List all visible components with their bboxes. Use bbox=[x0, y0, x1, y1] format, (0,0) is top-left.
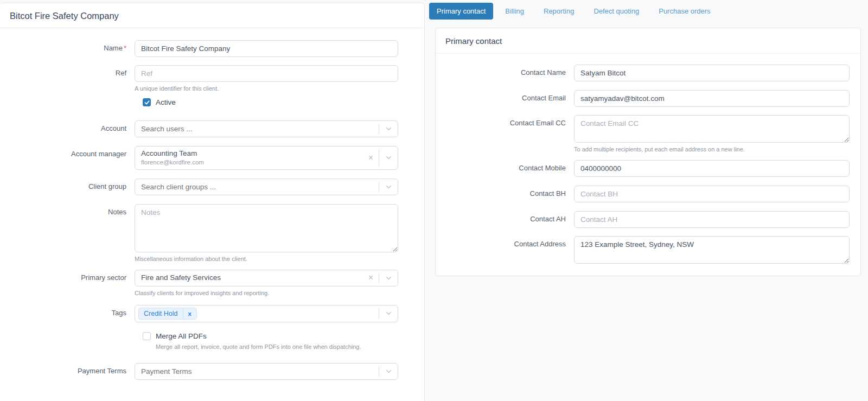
chevron-down-icon[interactable] bbox=[379, 147, 398, 169]
notes-textarea[interactable] bbox=[135, 204, 398, 252]
card-title: Primary contact bbox=[436, 28, 860, 54]
contact-email-cc-textarea[interactable] bbox=[574, 115, 850, 143]
tags-label: Tags bbox=[0, 305, 135, 317]
chevron-down-icon[interactable] bbox=[379, 364, 398, 379]
primary-sector-label: Primary sector bbox=[0, 270, 135, 282]
tags-select[interactable]: Credit Hold x bbox=[135, 305, 398, 322]
tab-billing[interactable]: Billing bbox=[497, 3, 532, 20]
client-group-row: Client group bbox=[0, 179, 424, 195]
account-manager-email: florence@kordfire.com bbox=[141, 159, 357, 167]
contact-email-cc-hint: To add multiple recipients, put each ema… bbox=[574, 146, 850, 152]
account-row: Account bbox=[0, 120, 424, 137]
account-select[interactable] bbox=[135, 120, 398, 137]
chevron-down-icon[interactable] bbox=[379, 179, 398, 195]
contact-mobile-input[interactable] bbox=[574, 160, 850, 177]
contact-address-row: Contact Address 123 Example Street, Sydn… bbox=[446, 236, 850, 264]
payment-terms-input[interactable] bbox=[135, 364, 379, 379]
primary-contact-card: Primary contact Contact Name Contact Ema… bbox=[435, 28, 861, 276]
contact-email-cc-label: Contact Email CC bbox=[446, 115, 574, 127]
contact-ah-input[interactable] bbox=[574, 211, 850, 228]
chevron-down-icon[interactable] bbox=[379, 270, 398, 286]
tag-remove-icon[interactable]: x bbox=[183, 308, 196, 319]
client-group-select[interactable] bbox=[135, 179, 398, 195]
contact-ah-label: Contact AH bbox=[446, 211, 574, 223]
active-checkbox[interactable] bbox=[143, 98, 151, 106]
name-row: Name* bbox=[0, 40, 424, 57]
active-checkbox-row: Active bbox=[143, 98, 424, 106]
required-marker: * bbox=[124, 44, 126, 52]
checkmark-icon bbox=[144, 100, 150, 105]
primary-sector-row: Primary sector Fire and Safety Services … bbox=[0, 270, 424, 296]
client-form: Name* Ref A unique identifier for this c… bbox=[0, 28, 424, 380]
account-search-input[interactable] bbox=[135, 121, 379, 137]
ref-label: Ref bbox=[0, 65, 135, 77]
notes-label: Notes bbox=[0, 204, 135, 216]
tab-primary-contact[interactable]: Primary contact bbox=[429, 3, 493, 20]
merge-pdfs-section: Merge All PDFs Merge all report, invoice… bbox=[143, 332, 424, 350]
contact-bh-row: Contact BH bbox=[446, 186, 850, 202]
name-label: Name bbox=[104, 44, 123, 52]
payment-terms-select[interactable] bbox=[135, 363, 398, 380]
clear-icon[interactable]: × bbox=[363, 147, 379, 169]
contact-address-label: Contact Address bbox=[446, 236, 574, 248]
tag-credit-hold: Credit Hold x bbox=[138, 308, 197, 320]
tab-bar: Primary contact Billing Reporting Defect… bbox=[425, 0, 868, 20]
merge-pdfs-checkbox[interactable] bbox=[143, 332, 151, 340]
client-form-panel: Bitcot Fire Safety Company Name* Ref A u… bbox=[0, 3, 425, 401]
contact-name-input[interactable] bbox=[574, 65, 850, 81]
primary-sector-hint: Classify clients for improved insights a… bbox=[135, 290, 398, 296]
account-manager-select[interactable]: Accounting Team florence@kordfire.com × bbox=[135, 146, 398, 170]
ref-row: Ref A unique identifier for this client. bbox=[0, 65, 424, 92]
account-manager-value: Accounting Team bbox=[141, 149, 357, 158]
chevron-down-icon[interactable] bbox=[379, 305, 398, 322]
payment-terms-label: Payment Terms bbox=[0, 363, 135, 375]
account-manager-row: Account manager Accounting Team florence… bbox=[0, 146, 424, 170]
primary-sector-select[interactable]: Fire and Safety Services × bbox=[135, 270, 398, 287]
account-manager-label: Account manager bbox=[0, 146, 135, 158]
tags-row: Tags Credit Hold x bbox=[0, 305, 424, 322]
notes-hint: Miscellaneous information about the clie… bbox=[135, 256, 398, 262]
contact-bh-input[interactable] bbox=[574, 186, 850, 202]
merge-pdfs-label: Merge All PDFs bbox=[156, 332, 207, 340]
tab-reporting[interactable]: Reporting bbox=[536, 3, 582, 20]
tag-label: Credit Hold bbox=[139, 308, 183, 319]
tab-defect-quoting[interactable]: Defect quoting bbox=[586, 3, 647, 20]
contact-email-label: Contact Email bbox=[446, 90, 574, 102]
name-input[interactable] bbox=[135, 40, 398, 57]
account-label: Account bbox=[0, 120, 135, 132]
detail-panel: Primary contact Billing Reporting Defect… bbox=[425, 0, 868, 401]
contact-address-textarea[interactable]: 123 Example Street, Sydney, NSW bbox=[574, 236, 850, 264]
chevron-down-icon[interactable] bbox=[379, 121, 398, 137]
page-title: Bitcot Fire Safety Company bbox=[0, 3, 424, 28]
contact-bh-label: Contact BH bbox=[446, 186, 574, 198]
tab-purchase-orders[interactable]: Purchase orders bbox=[651, 3, 718, 20]
payment-terms-row: Payment Terms bbox=[0, 363, 424, 380]
ref-input[interactable] bbox=[135, 65, 398, 82]
contact-email-row: Contact Email bbox=[446, 90, 850, 107]
contact-email-input[interactable] bbox=[574, 90, 850, 107]
client-group-label: Client group bbox=[0, 179, 135, 190]
clear-icon[interactable]: × bbox=[363, 270, 379, 286]
contact-mobile-label: Contact Mobile bbox=[446, 160, 574, 172]
notes-row: Notes Miscellaneous information about th… bbox=[0, 204, 424, 262]
client-group-search-input[interactable] bbox=[135, 179, 379, 195]
merge-pdfs-checkbox-row: Merge All PDFs bbox=[143, 332, 424, 340]
merge-pdfs-hint: Merge all report, invoice, quote and for… bbox=[156, 343, 424, 350]
contact-name-row: Contact Name bbox=[446, 65, 850, 81]
active-label: Active bbox=[156, 98, 176, 106]
contact-name-label: Contact Name bbox=[446, 65, 574, 77]
contact-ah-row: Contact AH bbox=[446, 211, 850, 228]
contact-email-cc-row: Contact Email CC To add multiple recipie… bbox=[446, 115, 850, 152]
ref-hint: A unique identifier for this client. bbox=[135, 85, 398, 92]
contact-mobile-row: Contact Mobile bbox=[446, 160, 850, 177]
primary-sector-value: Fire and Safety Services bbox=[135, 271, 363, 285]
